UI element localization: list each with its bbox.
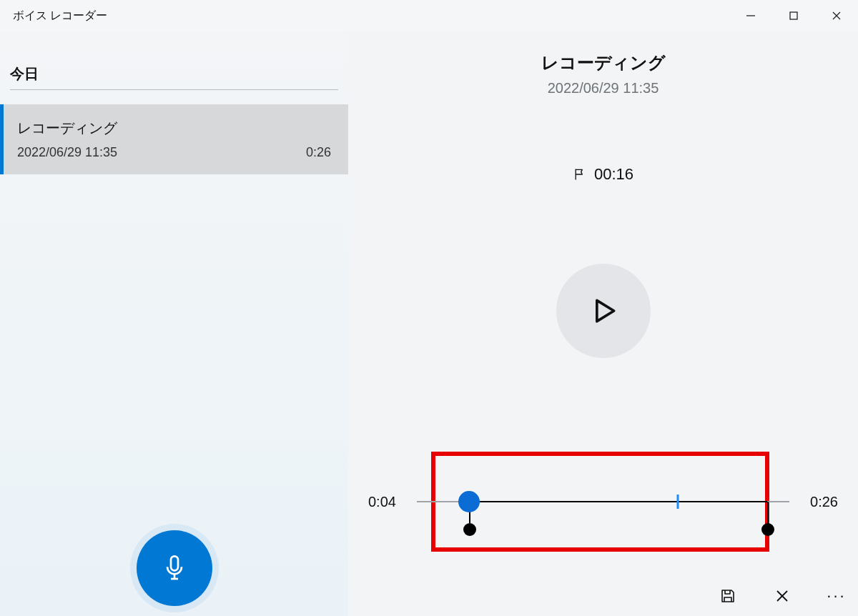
close-icon [774, 587, 791, 605]
trim-region-highlight [417, 452, 789, 552]
marker-tick[interactable] [676, 495, 679, 509]
playhead-handle[interactable] [458, 491, 480, 512]
timeline-track[interactable] [417, 501, 789, 502]
close-icon [832, 11, 842, 21]
track-selected-range [469, 501, 767, 502]
microphone-icon [160, 554, 189, 582]
record-button[interactable] [137, 530, 212, 606]
main-area: 今日 レコーディング 2022/06/29 11:35 0:26 レコーディング… [0, 31, 858, 616]
timeline-end-label: 0:26 [802, 494, 838, 510]
cancel-button[interactable] [772, 586, 792, 606]
app-title: ボイス レコーダー [13, 9, 107, 24]
save-button[interactable] [718, 586, 738, 606]
recording-title: レコーディング [348, 51, 858, 74]
maximize-button[interactable] [772, 0, 815, 31]
recording-list-item[interactable]: レコーディング 2022/06/29 11:35 0:26 [0, 104, 348, 174]
more-button[interactable]: ··· [827, 586, 847, 606]
recording-item-title: レコーディング [17, 119, 331, 138]
marker-time-row: 00:16 [348, 165, 858, 184]
timeline-start-label: 0:04 [368, 494, 404, 510]
title-bar: ボイス レコーダー [0, 0, 858, 31]
recording-item-datetime: 2022/06/29 11:35 [17, 145, 117, 160]
play-button[interactable] [556, 264, 651, 358]
recording-datetime: 2022/06/29 11:35 [348, 80, 858, 96]
minimize-icon [746, 11, 756, 21]
play-icon [588, 295, 619, 327]
detail-pane: レコーディング 2022/06/29 11:35 00:16 0:04 [348, 31, 858, 616]
marker-time-text: 00:16 [594, 165, 633, 184]
recording-item-duration: 0:26 [306, 145, 331, 160]
more-icon: ··· [827, 587, 846, 605]
trim-end-handle[interactable] [767, 502, 769, 523]
section-header-today: 今日 [0, 31, 348, 89]
bottom-actions: ··· [718, 586, 847, 606]
window-controls [729, 0, 858, 31]
maximize-icon [789, 11, 799, 21]
save-icon [719, 587, 736, 605]
section-divider [10, 89, 338, 90]
svg-rect-4 [171, 556, 178, 570]
minimize-button[interactable] [729, 0, 772, 31]
flag-icon [573, 167, 587, 182]
svg-rect-1 [790, 12, 797, 19]
close-window-button[interactable] [815, 0, 858, 31]
recordings-sidebar: 今日 レコーディング 2022/06/29 11:35 0:26 [0, 31, 348, 616]
timeline-area: 0:04 0:26 [348, 452, 858, 552]
